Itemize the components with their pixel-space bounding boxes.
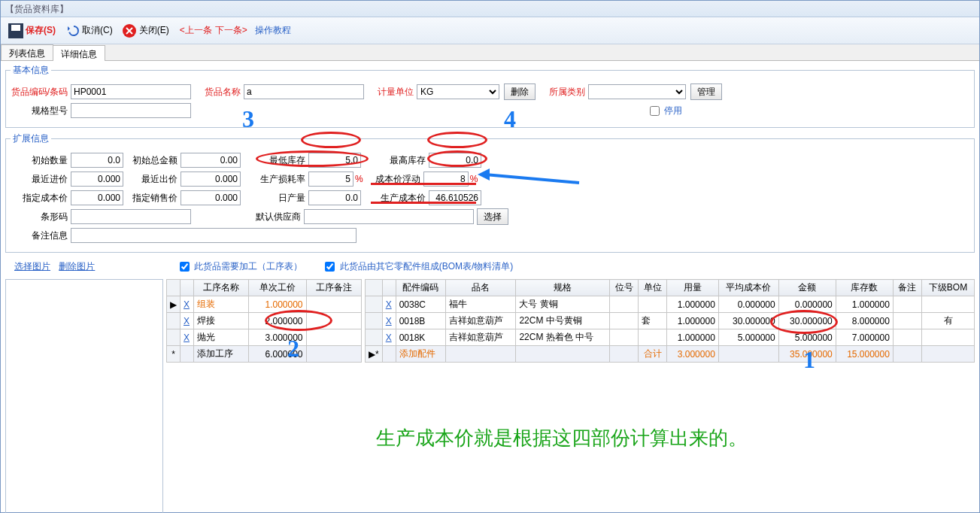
table-row[interactable]: X 抛光 3.000000 [167,329,362,346]
init-qty-input[interactable] [71,153,123,168]
next-link[interactable]: 下一条> [215,24,247,37]
init-qty-label: 初始数量 [11,154,71,167]
spec-label: 规格型号 [11,105,71,117]
bom-grid: 配件编码 品名 规格 位号 单位 用量 平均成本价 金额 库存数 备注 下级BO… [365,279,975,513]
disable-label: 停用 [664,105,682,116]
delete-row-link[interactable]: X [386,299,392,310]
table-row[interactable]: X 0018B吉祥如意葫芦22CM 中号黄铜套 1.00000030.00000… [366,313,975,329]
loss-input[interactable] [308,172,353,187]
last-in-input[interactable] [71,172,123,187]
delete-row-link[interactable]: X [184,332,190,343]
bom-col-name: 品名 [445,280,516,296]
table-row[interactable]: X 0038C福牛大号 黄铜 1.0000000.0000000.000000 … [366,296,975,313]
image-panel [5,279,163,513]
min-stock-input[interactable] [308,153,361,168]
basic-fieldset: 基本信息 货品编码/条码 货品名称 计量单位 KG 删除 所属类别 管理 规格型… [5,64,975,128]
unit-select[interactable]: KG [417,84,499,99]
manage-button[interactable]: 管理 [690,83,722,100]
day-out-label: 日产量 [256,192,308,205]
process-grid: 工序名称 单次工价 工序备注 ▶ X 组装 1.000000 X 焊接 2.00… [166,279,362,513]
tab-list[interactable]: 列表信息 [1,44,53,60]
delete-image-link[interactable]: 删除图片 [59,261,95,272]
supplier-input[interactable] [304,209,474,224]
cost-float-input[interactable] [423,172,469,187]
name-input[interactable] [244,84,364,99]
tab-bar: 列表信息 详细信息 [1,44,979,61]
unit-label: 计量单位 [372,86,417,99]
loss-label: 生产损耗率 [256,173,308,186]
window-title: 【货品资料库】 [1,1,979,17]
table-row[interactable]: X 焊接 2.000000 [167,313,362,329]
basic-legend: 基本信息 [11,64,51,77]
bom-checkbox[interactable] [325,262,335,272]
bom-col-unit: 单位 [639,280,667,296]
proc-col-name: 工序名称 [194,280,249,296]
bom-col-stock: 库存数 [836,280,893,296]
close-icon [122,23,137,38]
disable-checkbox[interactable] [650,106,660,116]
close-button[interactable]: 关闭(E) [119,22,172,40]
save-icon [8,23,23,38]
spec-cost-label: 指定成本价 [11,192,71,205]
percent-icon: % [355,174,363,184]
bom-total-row[interactable]: ▶* 添加配件 合计 3.000000 35.000000 15.000000 [366,346,975,363]
tutorial-link[interactable]: 操作教程 [255,24,291,37]
save-label: 保存(S) [26,24,56,37]
table-row[interactable]: ▶ X 组装 1.000000 [167,296,362,313]
spec-input[interactable] [71,103,191,118]
cancel-button[interactable]: 取消(C) [62,22,116,40]
bom-col-code: 配件编码 [396,280,445,296]
proc-checkbox[interactable] [180,262,190,272]
code-label: 货品编码/条码 [11,86,71,99]
delete-row-link[interactable]: X [184,299,190,310]
proc-col-remark: 工序备注 [306,280,361,296]
spec-sale-label: 指定销售价 [128,192,181,205]
table-row[interactable]: X 0018K吉祥如意葫芦22CM 热着色 中号 1.0000005.00000… [366,329,975,346]
code-input[interactable] [71,84,191,99]
cost-float-label: 成本价浮动 [371,173,423,186]
delete-row-link[interactable]: X [184,316,190,326]
category-select[interactable] [588,84,686,99]
select-button[interactable]: 选择 [477,208,508,225]
remark-input[interactable] [71,228,357,243]
min-stock-label: 最低库存 [256,154,308,167]
ext-legend: 扩展信息 [11,132,51,145]
last-in-label: 最近进价 [11,173,71,186]
bom-col-pos: 位号 [610,280,639,296]
select-image-link[interactable]: 选择图片 [14,261,50,272]
bom-col-remark: 备注 [893,280,921,296]
bom-check-label: 此货品由其它零配件组成(BOM表/物料清单) [340,261,514,272]
last-out-label: 最近出价 [128,173,181,186]
spec-cost-input[interactable] [71,190,123,205]
proc-col-price: 单次工价 [249,280,306,296]
day-out-input[interactable] [308,190,361,205]
spec-sale-input[interactable] [181,190,241,205]
add-process-row[interactable]: *添加工序6.000000 [167,346,362,363]
proc-check-label: 此货品需要加工（工序表） [194,261,302,272]
bom-col-amt: 金额 [778,280,836,296]
delete-row-link[interactable]: X [386,316,392,326]
delete-row-link[interactable]: X [386,332,392,343]
last-out-input[interactable] [181,172,241,187]
save-button[interactable]: 保存(S) [5,22,59,40]
prod-cost-label: 生产成本价 [376,192,429,205]
prod-cost-input[interactable] [429,190,481,205]
ext-fieldset: 扩展信息 初始数量 初始总金额 最低库存 最高库存 最近进价 最近出价 生产损耗… [5,132,975,253]
delete-button[interactable]: 删除 [504,83,536,100]
init-amt-input[interactable] [181,153,241,168]
max-stock-label: 最高库存 [376,154,429,167]
barcode-label: 条形码 [11,211,71,223]
percent-icon: % [470,174,478,184]
bom-col-avg: 平均成本价 [718,280,778,296]
cancel-label: 取消(C) [82,24,113,37]
supplier-label: 默认供应商 [251,211,304,223]
barcode-input[interactable] [71,209,191,224]
close-label: 关闭(E) [139,24,169,37]
toolbar: 保存(S) 取消(C) 关闭(E) <上一条 下一条> 操作教程 [1,17,979,44]
tab-detail[interactable]: 详细信息 [53,45,105,61]
init-amt-label: 初始总金额 [128,154,181,167]
prev-link[interactable]: <上一条 [180,24,212,37]
name-label: 货品名称 [199,86,244,99]
max-stock-input[interactable] [429,153,481,168]
bom-col-qty: 用量 [667,280,718,296]
